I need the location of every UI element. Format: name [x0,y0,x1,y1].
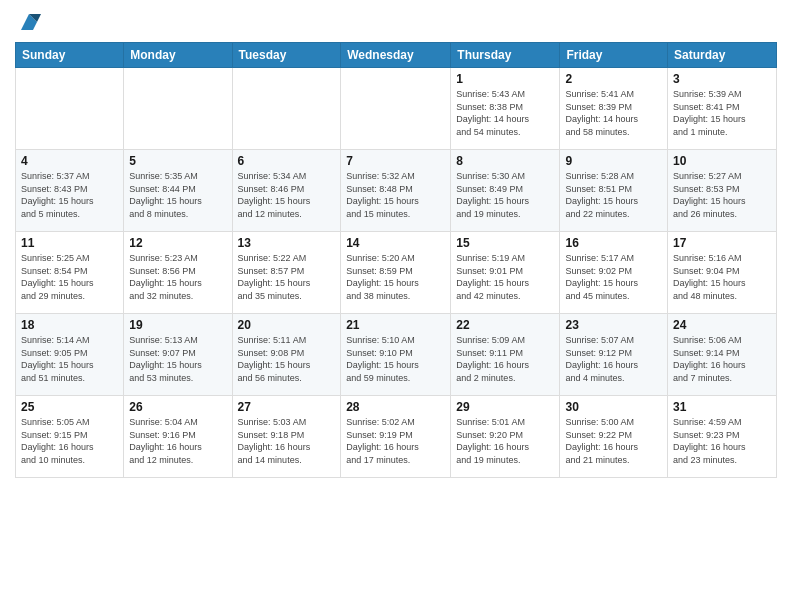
calendar-cell: 11Sunrise: 5:25 AMSunset: 8:54 PMDayligh… [16,232,124,314]
day-info: Sunrise: 5:10 AMSunset: 9:10 PMDaylight:… [346,334,445,384]
day-info: Sunrise: 5:32 AMSunset: 8:48 PMDaylight:… [346,170,445,220]
day-number: 11 [21,236,118,250]
day-number: 24 [673,318,771,332]
day-number: 16 [565,236,662,250]
day-header-friday: Friday [560,43,668,68]
day-header-tuesday: Tuesday [232,43,341,68]
calendar-week-3: 11Sunrise: 5:25 AMSunset: 8:54 PMDayligh… [16,232,777,314]
calendar-cell: 6Sunrise: 5:34 AMSunset: 8:46 PMDaylight… [232,150,341,232]
calendar-header-row: SundayMondayTuesdayWednesdayThursdayFrid… [16,43,777,68]
day-info: Sunrise: 5:35 AMSunset: 8:44 PMDaylight:… [129,170,226,220]
day-header-sunday: Sunday [16,43,124,68]
day-info: Sunrise: 5:39 AMSunset: 8:41 PMDaylight:… [673,88,771,138]
day-number: 10 [673,154,771,168]
day-info: Sunrise: 5:02 AMSunset: 9:19 PMDaylight:… [346,416,445,466]
calendar-cell [341,68,451,150]
day-info: Sunrise: 5:13 AMSunset: 9:07 PMDaylight:… [129,334,226,384]
calendar-cell: 4Sunrise: 5:37 AMSunset: 8:43 PMDaylight… [16,150,124,232]
day-info: Sunrise: 5:09 AMSunset: 9:11 PMDaylight:… [456,334,554,384]
calendar-cell: 17Sunrise: 5:16 AMSunset: 9:04 PMDayligh… [668,232,777,314]
calendar-cell [16,68,124,150]
calendar-cell [232,68,341,150]
calendar-cell: 13Sunrise: 5:22 AMSunset: 8:57 PMDayligh… [232,232,341,314]
day-info: Sunrise: 4:59 AMSunset: 9:23 PMDaylight:… [673,416,771,466]
calendar-cell: 23Sunrise: 5:07 AMSunset: 9:12 PMDayligh… [560,314,668,396]
day-number: 13 [238,236,336,250]
day-info: Sunrise: 5:43 AMSunset: 8:38 PMDaylight:… [456,88,554,138]
day-info: Sunrise: 5:01 AMSunset: 9:20 PMDaylight:… [456,416,554,466]
calendar-cell: 1Sunrise: 5:43 AMSunset: 8:38 PMDaylight… [451,68,560,150]
day-info: Sunrise: 5:07 AMSunset: 9:12 PMDaylight:… [565,334,662,384]
day-info: Sunrise: 5:16 AMSunset: 9:04 PMDaylight:… [673,252,771,302]
day-number: 31 [673,400,771,414]
day-number: 28 [346,400,445,414]
calendar-cell: 10Sunrise: 5:27 AMSunset: 8:53 PMDayligh… [668,150,777,232]
day-info: Sunrise: 5:19 AMSunset: 9:01 PMDaylight:… [456,252,554,302]
calendar-cell: 25Sunrise: 5:05 AMSunset: 9:15 PMDayligh… [16,396,124,478]
logo [15,10,41,34]
calendar-cell: 7Sunrise: 5:32 AMSunset: 8:48 PMDaylight… [341,150,451,232]
calendar-cell: 14Sunrise: 5:20 AMSunset: 8:59 PMDayligh… [341,232,451,314]
day-info: Sunrise: 5:27 AMSunset: 8:53 PMDaylight:… [673,170,771,220]
day-info: Sunrise: 5:05 AMSunset: 9:15 PMDaylight:… [21,416,118,466]
calendar-cell: 26Sunrise: 5:04 AMSunset: 9:16 PMDayligh… [124,396,232,478]
day-header-saturday: Saturday [668,43,777,68]
day-number: 5 [129,154,226,168]
day-info: Sunrise: 5:41 AMSunset: 8:39 PMDaylight:… [565,88,662,138]
day-number: 12 [129,236,226,250]
calendar-cell: 9Sunrise: 5:28 AMSunset: 8:51 PMDaylight… [560,150,668,232]
day-number: 22 [456,318,554,332]
day-number: 2 [565,72,662,86]
day-number: 18 [21,318,118,332]
day-number: 19 [129,318,226,332]
calendar-cell: 3Sunrise: 5:39 AMSunset: 8:41 PMDaylight… [668,68,777,150]
calendar-cell: 22Sunrise: 5:09 AMSunset: 9:11 PMDayligh… [451,314,560,396]
day-info: Sunrise: 5:28 AMSunset: 8:51 PMDaylight:… [565,170,662,220]
day-info: Sunrise: 5:00 AMSunset: 9:22 PMDaylight:… [565,416,662,466]
day-header-thursday: Thursday [451,43,560,68]
day-header-wednesday: Wednesday [341,43,451,68]
calendar-cell: 31Sunrise: 4:59 AMSunset: 9:23 PMDayligh… [668,396,777,478]
day-info: Sunrise: 5:14 AMSunset: 9:05 PMDaylight:… [21,334,118,384]
day-number: 23 [565,318,662,332]
day-number: 4 [21,154,118,168]
day-info: Sunrise: 5:03 AMSunset: 9:18 PMDaylight:… [238,416,336,466]
calendar-cell: 19Sunrise: 5:13 AMSunset: 9:07 PMDayligh… [124,314,232,396]
day-number: 15 [456,236,554,250]
day-info: Sunrise: 5:17 AMSunset: 9:02 PMDaylight:… [565,252,662,302]
day-info: Sunrise: 5:04 AMSunset: 9:16 PMDaylight:… [129,416,226,466]
day-number: 7 [346,154,445,168]
calendar-cell: 16Sunrise: 5:17 AMSunset: 9:02 PMDayligh… [560,232,668,314]
day-info: Sunrise: 5:23 AMSunset: 8:56 PMDaylight:… [129,252,226,302]
day-info: Sunrise: 5:22 AMSunset: 8:57 PMDaylight:… [238,252,336,302]
day-number: 14 [346,236,445,250]
day-number: 8 [456,154,554,168]
day-number: 17 [673,236,771,250]
calendar-cell: 20Sunrise: 5:11 AMSunset: 9:08 PMDayligh… [232,314,341,396]
calendar-cell: 8Sunrise: 5:30 AMSunset: 8:49 PMDaylight… [451,150,560,232]
calendar-cell: 15Sunrise: 5:19 AMSunset: 9:01 PMDayligh… [451,232,560,314]
calendar-cell: 27Sunrise: 5:03 AMSunset: 9:18 PMDayligh… [232,396,341,478]
day-header-monday: Monday [124,43,232,68]
logo-icon [17,10,41,34]
day-info: Sunrise: 5:11 AMSunset: 9:08 PMDaylight:… [238,334,336,384]
day-number: 20 [238,318,336,332]
day-number: 3 [673,72,771,86]
calendar-cell: 28Sunrise: 5:02 AMSunset: 9:19 PMDayligh… [341,396,451,478]
day-info: Sunrise: 5:34 AMSunset: 8:46 PMDaylight:… [238,170,336,220]
day-number: 27 [238,400,336,414]
day-number: 25 [21,400,118,414]
calendar-cell: 24Sunrise: 5:06 AMSunset: 9:14 PMDayligh… [668,314,777,396]
day-info: Sunrise: 5:37 AMSunset: 8:43 PMDaylight:… [21,170,118,220]
calendar-cell: 18Sunrise: 5:14 AMSunset: 9:05 PMDayligh… [16,314,124,396]
calendar-cell: 12Sunrise: 5:23 AMSunset: 8:56 PMDayligh… [124,232,232,314]
calendar-week-2: 4Sunrise: 5:37 AMSunset: 8:43 PMDaylight… [16,150,777,232]
calendar-cell: 29Sunrise: 5:01 AMSunset: 9:20 PMDayligh… [451,396,560,478]
calendar-cell: 30Sunrise: 5:00 AMSunset: 9:22 PMDayligh… [560,396,668,478]
day-info: Sunrise: 5:25 AMSunset: 8:54 PMDaylight:… [21,252,118,302]
day-number: 1 [456,72,554,86]
day-info: Sunrise: 5:20 AMSunset: 8:59 PMDaylight:… [346,252,445,302]
day-info: Sunrise: 5:30 AMSunset: 8:49 PMDaylight:… [456,170,554,220]
calendar-week-5: 25Sunrise: 5:05 AMSunset: 9:15 PMDayligh… [16,396,777,478]
calendar-week-4: 18Sunrise: 5:14 AMSunset: 9:05 PMDayligh… [16,314,777,396]
